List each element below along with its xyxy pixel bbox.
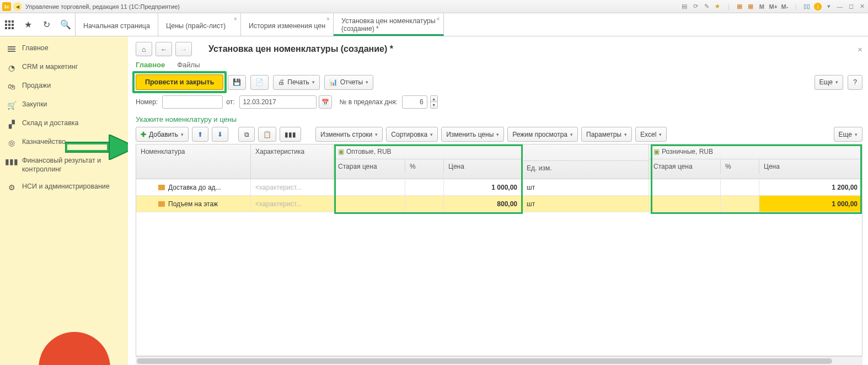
calendar-button[interactable]: 📅 — [319, 95, 332, 109]
tab-prices[interactable]: Цены (прайс-лист) × — [158, 13, 241, 36]
tab-home[interactable]: Начальная страница — [76, 13, 158, 36]
scrollbar-thumb[interactable] — [137, 358, 832, 364]
memory-mminus-button[interactable]: M- — [781, 3, 789, 10]
col-char[interactable]: Характеристика — [251, 144, 333, 179]
col-price[interactable]: Цена — [759, 159, 862, 174]
add-button[interactable]: ✚Добавить▾ — [136, 127, 189, 142]
day-order-input[interactable]: 6 — [402, 95, 427, 109]
history-back-icon[interactable]: ◄ — [13, 2, 22, 11]
move-up-button[interactable]: ⬆ — [192, 127, 208, 142]
panel-icon[interactable]: ▯▯ — [803, 3, 811, 10]
search-icon[interactable]: 🔍 — [56, 13, 75, 36]
nav-back-button[interactable]: ← — [156, 42, 172, 56]
label: Розничные, RUB — [662, 148, 713, 155]
cell-opt-price[interactable]: 1 000,00 — [444, 179, 522, 195]
sidebar-item-crm[interactable]: ◔ CRM и маркетинг — [0, 58, 128, 77]
table-more-button[interactable]: Еще▾ — [834, 127, 862, 142]
table-row[interactable]: Подъем на этаж <характерист... 800,00 шт — [136, 196, 862, 212]
sidebar: Главное ◔ CRM и маркетинг 🛍 Продажи 🛒 За… — [0, 36, 128, 365]
col-roz-group[interactable]: ▣Розничные, RUB — [649, 144, 862, 159]
sidebar-label: Склад и доставка — [22, 119, 121, 128]
page-close-icon[interactable]: × — [858, 45, 862, 54]
spinner-up-icon[interactable]: ▲ — [431, 96, 437, 102]
window-maximize-icon[interactable]: ◻ — [847, 3, 855, 10]
cell-roz-price[interactable]: 1 200,00 — [759, 179, 862, 195]
view-mode-button[interactable]: Режим просмотра▾ — [507, 127, 578, 142]
tab-close-icon[interactable]: × — [326, 15, 330, 22]
print-button[interactable]: 🖨Печать▾ — [273, 75, 319, 90]
cell-char: <характерист... — [251, 179, 334, 195]
nav-forward-button[interactable]: → — [175, 42, 192, 56]
col-opt-group[interactable]: ▣Оптовые, RUB — [334, 144, 522, 159]
help-button[interactable]: ? — [848, 75, 862, 90]
number-input[interactable] — [162, 95, 223, 109]
date-input[interactable]: 12.03.2017 — [239, 95, 317, 109]
toolbar-icon[interactable]: ⟳ — [692, 3, 699, 10]
cell-char: <характерист... — [251, 196, 334, 212]
col-old-price[interactable]: Старая цена — [334, 159, 405, 174]
horizontal-scrollbar[interactable] — [136, 356, 862, 365]
paste-button[interactable]: 📋 — [258, 127, 276, 142]
move-down-button[interactable]: ⬇ — [212, 127, 228, 142]
svg-rect-1 — [8, 20, 10, 23]
content: ⌂ ← → Установка цен номенклатуры (создан… — [128, 36, 868, 365]
change-prices-button[interactable]: Изменить цены▾ — [441, 127, 504, 142]
window-minimize-icon[interactable]: — — [836, 3, 844, 10]
sidebar-item-purchases[interactable]: 🛒 Закупки — [0, 96, 128, 115]
change-rows-button[interactable]: Изменить строки▾ — [315, 127, 383, 142]
dropdown-icon[interactable]: ▾ — [825, 3, 833, 10]
sidebar-item-admin[interactable]: ⚙ НСИ и администрирование — [0, 178, 128, 197]
reports-button[interactable]: 📊Отчеты▾ — [324, 75, 373, 90]
table-row[interactable]: Доставка до ад... <характерист... 1 000,… — [136, 179, 862, 196]
apps-icon[interactable] — [0, 13, 19, 36]
cell-roz-price[interactable]: 1 000,00 — [759, 196, 862, 212]
barcode-button[interactable]: ▮▮▮ — [280, 127, 301, 142]
calc-icon[interactable]: ▦ — [736, 3, 743, 10]
label: Режим просмотра — [512, 131, 567, 138]
memory-mplus-button[interactable]: M+ — [769, 3, 778, 10]
favorite-icon[interactable]: ★ — [714, 3, 721, 10]
grid-body: Доставка до ад... <характерист... 1 000,… — [136, 179, 862, 212]
excel-button[interactable]: Excel▾ — [635, 127, 667, 142]
tab-set-prices[interactable]: Установка цен номенклатуры (создание) * … — [334, 13, 444, 36]
col-pct[interactable]: % — [721, 159, 759, 174]
tab-close-icon[interactable]: × — [436, 15, 440, 22]
col-nomen[interactable]: Номенклатура — [136, 144, 250, 179]
calendar-icon[interactable]: ▦ — [747, 3, 754, 10]
subtab-main[interactable]: Главное — [136, 61, 165, 69]
memory-m-button[interactable]: M — [758, 3, 765, 10]
col-price[interactable]: Цена — [444, 159, 522, 174]
tab-label: Начальная страница — [83, 22, 150, 30]
col-pct[interactable]: % — [405, 159, 444, 174]
sidebar-label: Главное — [22, 44, 121, 53]
copy-button[interactable]: ⧉ — [238, 127, 255, 142]
params-button[interactable]: Параметры▾ — [581, 127, 632, 142]
sidebar-item-warehouse[interactable]: ▞ Склад и доставка — [0, 115, 128, 133]
sidebar-item-sales[interactable]: 🛍 Продажи — [0, 77, 128, 96]
home-button[interactable]: ⌂ — [136, 42, 152, 56]
annotation-circle — [39, 332, 110, 365]
history-icon[interactable]: ↻ — [37, 13, 56, 36]
sort-button[interactable]: Сортировка▾ — [386, 127, 438, 142]
subtab-files[interactable]: Файлы — [177, 61, 200, 69]
spinner-down-icon[interactable]: ▼ — [431, 102, 437, 108]
section-label: Укажите номенклатуру и цены — [136, 115, 862, 124]
col-old-price[interactable]: Старая цена — [649, 159, 721, 174]
chart-icon: ▮▮▮ — [7, 157, 17, 167]
price-grid: Номенклатура Характеристика ▣Оптовые, RU… — [136, 144, 862, 356]
toolbar-icon[interactable]: ▤ — [681, 3, 688, 10]
col-uom[interactable]: Ед. изм. — [522, 160, 649, 175]
post-button[interactable]: 📄 — [250, 75, 269, 90]
info-icon[interactable]: i — [814, 3, 822, 10]
save-button[interactable]: 💾 — [228, 75, 246, 90]
sidebar-item-main[interactable]: Главное — [0, 40, 128, 58]
tab-history[interactable]: История изменения цен × — [241, 13, 334, 36]
more-button[interactable]: Еще▾ — [815, 75, 843, 90]
window-close-icon[interactable]: ✕ — [858, 3, 866, 10]
cell-opt-price[interactable]: 800,00 — [444, 196, 522, 212]
toolbar-icon[interactable]: ✎ — [703, 3, 710, 10]
gear-icon: ⚙ — [7, 182, 17, 192]
tab-close-icon[interactable]: × — [234, 15, 237, 22]
spinner[interactable]: ▲▼ — [430, 95, 438, 109]
star-icon[interactable]: ★ — [19, 13, 37, 36]
